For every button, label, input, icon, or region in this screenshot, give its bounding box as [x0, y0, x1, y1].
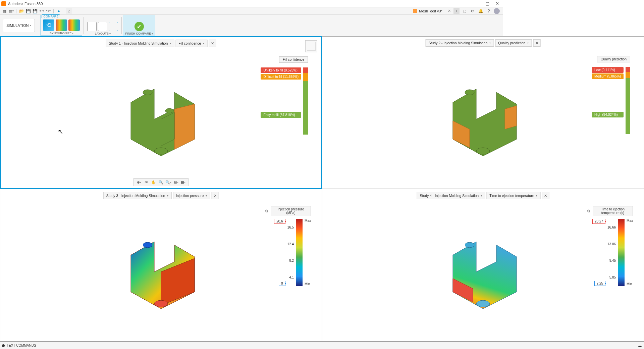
svg-marker-1: [174, 104, 195, 149]
globe-icon[interactable]: ●: [56, 8, 62, 14]
viewport-header: Study 1 - Injection Molding Simulation▾ …: [106, 40, 216, 47]
document-icon: [413, 9, 417, 13]
svg-point-10: [476, 148, 490, 154]
app-title: Autodesk Fusion 360: [8, 2, 43, 6]
synchronize-label[interactable]: SYNCHRONIZE▾: [50, 32, 74, 35]
gradient-legend: ⚙ Injection pressure (MPa) 20.6 0 16.5 1…: [265, 206, 311, 272]
workspace-switcher[interactable]: SIMULATION▾: [3, 19, 35, 32]
panel-synchronize: ⟲ SYNCHRONIZE▾: [41, 15, 82, 36]
svg-marker-15: [453, 242, 503, 272]
legend-settings-icon[interactable]: ⚙: [265, 209, 269, 213]
layout-2x2-icon[interactable]: [109, 22, 118, 31]
synchronize-icon[interactable]: ⟲: [43, 19, 54, 31]
ribbon: SIMULATION▾ ⟲ SYNCHRONIZE▾ LAYOUTS▾ ✔ FI…: [0, 15, 503, 36]
check-icon: ✔: [135, 22, 144, 31]
zoom-icon[interactable]: 🔍: [158, 179, 164, 185]
help-icon[interactable]: ?: [486, 8, 492, 14]
workspace-label: SIMULATION: [6, 23, 29, 28]
view-navbar: ⊕▾ 👁 ✋ 🔍 🔍▾ 🖥▾ ▦▾: [133, 178, 189, 186]
extensions-icon[interactable]: ◌: [462, 8, 468, 14]
save-icon[interactable]: 💾: [25, 8, 31, 14]
quick-access-toolbar: ▦ ▤▾ 📂 💾 💾 ↶▾ ↷▾ ● ⌂ Mesh_edit v3* ✕ ＋ ◌…: [0, 7, 503, 15]
close-document-icon[interactable]: ✕: [448, 9, 451, 13]
finish-compare-button[interactable]: ✔ FINISH COMPARE▾: [123, 15, 155, 36]
legend-ticks: 16.5 12.4 8.2 4.1: [287, 219, 294, 272]
viewport-1[interactable]: Study 1 - Injection Molding Simulation▾ …: [0, 36, 322, 189]
svg-marker-6: [453, 89, 503, 156]
minmax-labels: Max Min: [305, 219, 311, 272]
document-tab[interactable]: Mesh_edit v3*: [410, 9, 445, 13]
study-selector[interactable]: Study 4 - Injection Molding Simulation▾: [417, 192, 485, 199]
legend-band-easy: Easy to fill (87.818%): [261, 112, 301, 118]
legend-title: Injection pressure (MPa): [271, 206, 311, 216]
separator: [53, 9, 54, 13]
save-all-icon[interactable]: 💾: [32, 8, 38, 14]
svg-point-13: [143, 242, 152, 248]
result-selector[interactable]: Quality prediction▾: [495, 39, 503, 47]
result-selector[interactable]: Injection pressure▾: [173, 192, 210, 199]
viewport-4[interactable]: Study 4 - Injection Molding Simulation▾ …: [322, 189, 503, 272]
new-tab-icon[interactable]: ＋: [453, 8, 460, 14]
grid-icon[interactable]: ▦▾: [180, 179, 186, 185]
view-cube[interactable]: [305, 40, 317, 52]
result-selector[interactable]: Time to ejection temperature▾: [486, 192, 503, 199]
fit-icon[interactable]: 🔍▾: [165, 179, 171, 185]
legend-title: Fill confidence: [279, 56, 308, 63]
legend-band-unlikely: Unlikely to fill (0.523%): [261, 67, 301, 73]
display-icon[interactable]: 🖥▾: [173, 179, 179, 185]
close-viewport-icon[interactable]: ✕: [211, 192, 219, 199]
viewport-header: Study 2 - Injection Molding Simulation▾ …: [426, 39, 503, 47]
study-selector[interactable]: Study 3 - Injection Molding Simulation▾: [103, 192, 172, 199]
result-selector[interactable]: Fill confidence▾: [175, 40, 207, 47]
redo-icon[interactable]: ↷▾: [45, 8, 51, 14]
layout-1x1-icon[interactable]: [87, 22, 97, 31]
new-file-icon[interactable]: ▤▾: [8, 8, 14, 14]
open-icon[interactable]: 📂: [18, 8, 24, 14]
document-name: Mesh_edit v3*: [419, 9, 442, 13]
result-gradient-icon-1[interactable]: [56, 19, 67, 31]
legend: Fill confidence Unlikely to fill (0.523%…: [261, 56, 308, 135]
cursor-icon: ↖: [58, 128, 63, 136]
job-status-icon[interactable]: ⟳: [470, 8, 476, 14]
close-icon[interactable]: ✕: [495, 1, 499, 6]
result-gradient-icon-2[interactable]: [68, 19, 80, 31]
study-selector[interactable]: Study 2 - Injection Molding Simulation▾: [426, 39, 494, 47]
svg-point-4: [165, 108, 173, 113]
layouts-label[interactable]: LAYOUTS▾: [95, 32, 111, 35]
viewport-header: Study 3 - Injection Molding Simulation▾ …: [103, 192, 219, 199]
panel-layouts: LAYOUTS▾: [85, 15, 120, 36]
pan-icon[interactable]: ✋: [151, 179, 157, 185]
svg-point-17: [465, 242, 474, 248]
home-icon[interactable]: ⌂: [66, 8, 72, 14]
titlebar: Autodesk Fusion 360 — ▢ ✕: [0, 0, 503, 7]
gradient-bar: [296, 219, 303, 272]
look-icon[interactable]: 👁: [143, 179, 149, 185]
study-selector[interactable]: Study 1 - Injection Molding Simulation▾: [106, 40, 174, 47]
model-view[interactable]: [117, 225, 205, 272]
viewport-grid: Study 1 - Injection Molding Simulation▾ …: [0, 36, 503, 272]
model-view[interactable]: [439, 225, 503, 272]
viewport-header: Study 4 - Injection Molding Simulation▾ …: [417, 192, 503, 199]
undo-icon[interactable]: ↶▾: [39, 8, 45, 14]
window-controls: — ▢ ✕: [475, 1, 502, 6]
maximize-icon[interactable]: ▢: [485, 1, 489, 6]
close-viewport-icon[interactable]: ✕: [209, 40, 216, 47]
model-view[interactable]: [117, 72, 205, 159]
svg-point-9: [465, 90, 474, 95]
viewport-2[interactable]: Study 2 - Injection Molding Simulation▾ …: [322, 36, 503, 189]
layout-2x1-icon[interactable]: [98, 22, 107, 31]
separator: [64, 9, 64, 13]
svg-point-3: [143, 90, 152, 95]
apps-grid-icon[interactable]: ▦: [1, 8, 7, 14]
minimize-icon[interactable]: —: [475, 1, 479, 6]
svg-point-5: [154, 148, 168, 154]
orbit-icon[interactable]: ⊕▾: [136, 179, 142, 185]
max-value-input[interactable]: 20.6: [274, 219, 285, 224]
notifications-icon[interactable]: 🔔: [478, 8, 484, 14]
app-icon: [1, 1, 6, 6]
separator: [16, 9, 16, 13]
user-avatar[interactable]: [494, 8, 500, 14]
legend-band-difficult: Difficult to fill (11.659%): [261, 74, 301, 80]
viewport-3[interactable]: Study 3 - Injection Molding Simulation▾ …: [0, 189, 322, 272]
model-view[interactable]: [439, 72, 503, 159]
